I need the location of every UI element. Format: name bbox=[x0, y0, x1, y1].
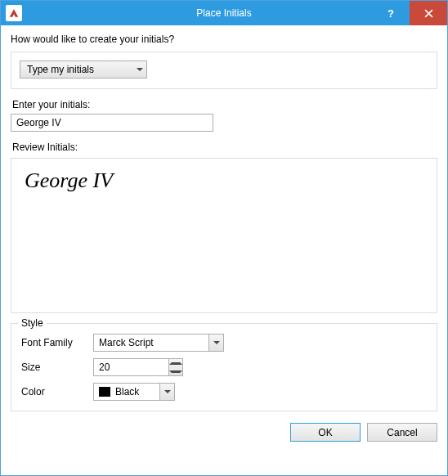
enter-initials-label: Enter your initials: bbox=[12, 99, 437, 110]
initials-preview-text: George IV bbox=[25, 168, 423, 193]
size-label: Size bbox=[21, 361, 93, 373]
titlebar-buttons: ? bbox=[372, 1, 447, 25]
size-decrement[interactable] bbox=[169, 367, 182, 375]
help-button[interactable]: ? bbox=[372, 1, 410, 25]
font-family-dropdown[interactable]: Marck Script bbox=[93, 334, 224, 352]
color-dropdown[interactable]: Black bbox=[93, 383, 175, 401]
close-icon bbox=[424, 9, 433, 18]
chevron-down-icon bbox=[208, 335, 223, 351]
title-bar: Place Initials ? bbox=[1, 1, 447, 25]
close-button[interactable] bbox=[410, 1, 447, 25]
ok-button[interactable]: OK bbox=[290, 423, 361, 442]
color-name: Black bbox=[115, 386, 139, 397]
color-row: Color Black bbox=[21, 383, 427, 401]
font-family-value: Marck Script bbox=[94, 335, 208, 351]
dialog-footer: OK Cancel bbox=[11, 411, 437, 442]
dialog-body: How would like to create your initials? … bbox=[1, 25, 447, 475]
size-spinner[interactable] bbox=[93, 358, 183, 376]
initials-input[interactable] bbox=[11, 114, 213, 132]
size-increment[interactable] bbox=[169, 359, 182, 367]
color-swatch bbox=[99, 387, 110, 397]
style-group: Style Font Family Marck Script Size bbox=[11, 323, 437, 411]
size-input[interactable] bbox=[93, 358, 168, 376]
chevron-down-icon bbox=[132, 68, 146, 71]
font-family-label: Font Family bbox=[21, 337, 93, 348]
size-row: Size bbox=[21, 358, 427, 376]
chevron-up-icon bbox=[169, 362, 182, 365]
font-family-row: Font Family Marck Script bbox=[21, 334, 427, 352]
create-method-selected: Type my initials bbox=[20, 64, 132, 75]
chevron-down-icon bbox=[169, 370, 182, 373]
app-icon bbox=[6, 5, 22, 21]
create-method-dropdown[interactable]: Type my initials bbox=[20, 61, 147, 79]
chevron-down-icon bbox=[159, 384, 174, 400]
cancel-button[interactable]: Cancel bbox=[367, 423, 437, 442]
review-initials-label: Review Initials: bbox=[12, 141, 437, 153]
initials-preview: George IV bbox=[11, 158, 437, 313]
create-method-group: Type my initials bbox=[11, 52, 437, 89]
dialog-window: Place Initials ? How would like to creat… bbox=[0, 0, 448, 476]
size-spinner-buttons bbox=[168, 358, 183, 376]
color-label: Color bbox=[21, 386, 93, 397]
style-legend: Style bbox=[18, 317, 47, 329]
create-method-question: How would like to create your initials? bbox=[11, 34, 437, 45]
